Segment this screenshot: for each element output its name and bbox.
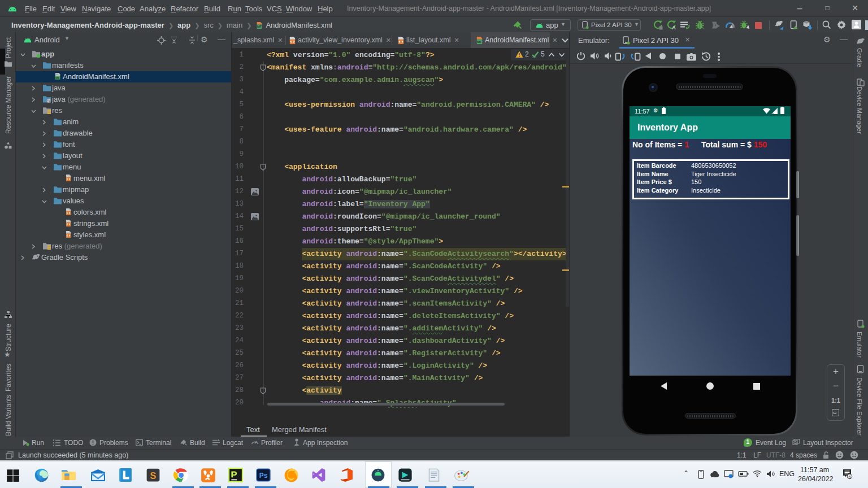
svg-text:MF: MF: [55, 76, 60, 80]
svg-text:S: S: [150, 470, 157, 481]
svg-text:6: 6: [848, 474, 850, 480]
svg-text:Ps: Ps: [259, 472, 268, 480]
svg-text:MF: MF: [477, 40, 482, 43]
svg-text:MF: MF: [257, 25, 262, 28]
svg-text:A: A: [672, 25, 676, 30]
